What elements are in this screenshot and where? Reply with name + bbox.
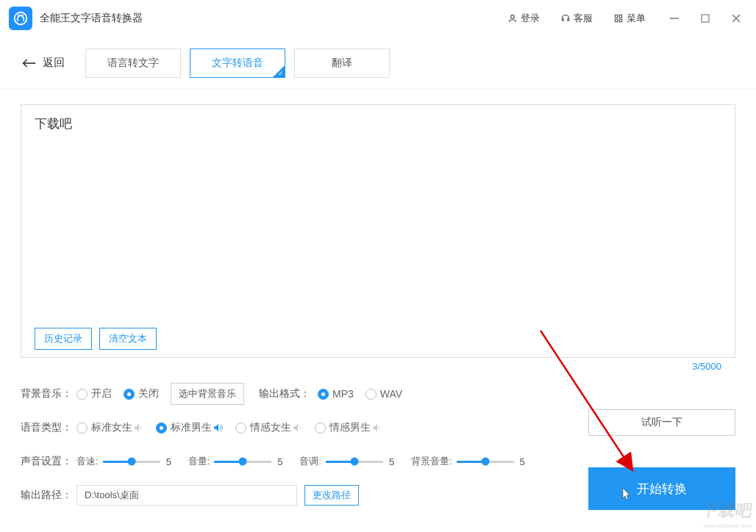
radio-voice-emo-female[interactable]: 情感女生 <box>235 421 303 434</box>
bgm-label: 背景音乐： <box>21 387 76 400</box>
close-button[interactable] <box>731 13 741 24</box>
sound-label: 声音设置： <box>21 455 76 468</box>
minimize-button[interactable] <box>669 13 680 24</box>
tab-check-icon: ✓ <box>278 70 284 77</box>
svg-rect-4 <box>615 19 618 22</box>
preview-button[interactable]: 试听一下 <box>588 409 735 436</box>
svg-point-1 <box>511 15 515 18</box>
slider-volume[interactable]: 音量: 5 <box>188 455 287 468</box>
radio-voice-std-female[interactable]: 标准女生 <box>76 421 144 434</box>
speaker-icon <box>372 423 382 432</box>
content: 历史记录 清空文本 3/5000 <box>0 90 756 364</box>
app-logo-icon <box>9 7 32 30</box>
speaker-icon <box>213 423 224 432</box>
cursor-icon <box>619 486 632 503</box>
svg-point-0 <box>15 12 27 25</box>
speaker-icon <box>134 423 144 432</box>
user-icon <box>507 13 518 24</box>
voice-label: 语音类型： <box>21 421 76 434</box>
svg-rect-7 <box>702 15 709 22</box>
login-button[interactable]: 登录 <box>497 9 550 28</box>
login-label: 登录 <box>521 12 540 25</box>
svg-rect-5 <box>619 19 622 22</box>
menu-label: 菜单 <box>627 12 646 25</box>
radio-bgm-off[interactable]: 关闭 <box>124 387 159 400</box>
slider-pitch[interactable]: 音调: 5 <box>299 455 398 468</box>
slider-bgm-volume[interactable]: 背景音量: 5 <box>411 455 529 468</box>
select-bgm-button[interactable]: 选中背景音乐 <box>171 383 244 405</box>
text-input[interactable] <box>21 105 735 318</box>
tab-text-to-speech[interactable]: 文字转语音 ✓ <box>190 48 285 78</box>
radio-voice-emo-male[interactable]: 情感男生 <box>315 421 382 434</box>
back-button[interactable]: 返回 <box>22 56 65 70</box>
headset-icon <box>560 13 571 24</box>
change-path-button[interactable]: 更改路径 <box>304 485 359 506</box>
app-title: 全能王文字语音转换器 <box>40 12 143 25</box>
speaker-icon <box>293 423 303 432</box>
output-label: 输出路径： <box>21 489 76 502</box>
radio-mp3[interactable]: MP3 <box>318 388 354 400</box>
char-count: 3/5000 <box>692 361 721 372</box>
back-label: 返回 <box>43 56 65 70</box>
titlebar: 全能王文字语音转换器 登录 客服 菜单 <box>0 0 756 37</box>
format-label: 输出格式： <box>259 387 310 400</box>
row-bgm-format: 背景音乐： 开启 关闭 选中背景音乐 输出格式： MP3 WAV <box>21 377 735 411</box>
textarea-container: 历史记录 清空文本 3/5000 <box>21 104 735 358</box>
tab-speech-to-text[interactable]: 语言转文字 <box>85 48 181 78</box>
menu-button[interactable]: 菜单 <box>603 9 656 28</box>
clear-button[interactable]: 清空文本 <box>99 328 157 350</box>
tab-translate[interactable]: 翻译 <box>294 48 390 78</box>
slider-speed[interactable]: 音速: 5 <box>76 455 175 468</box>
output-path-input[interactable] <box>76 485 297 506</box>
grid-icon <box>613 13 624 24</box>
history-button[interactable]: 历史记录 <box>35 328 92 350</box>
support-label: 客服 <box>574 12 593 25</box>
watermark-sub: www.xiazaiba.com <box>703 522 752 529</box>
svg-rect-2 <box>615 15 618 18</box>
watermark: 下载吧 <box>701 500 752 522</box>
back-arrow-icon <box>22 58 37 68</box>
support-button[interactable]: 客服 <box>550 9 603 28</box>
radio-voice-std-male[interactable]: 标准男生 <box>156 421 224 434</box>
radio-wav[interactable]: WAV <box>365 388 402 400</box>
radio-bgm-on[interactable]: 开启 <box>76 387 112 400</box>
svg-rect-3 <box>619 15 622 18</box>
toolbar: 返回 语言转文字 文字转语音 ✓ 翻译 <box>0 37 756 90</box>
maximize-button[interactable] <box>700 13 710 24</box>
